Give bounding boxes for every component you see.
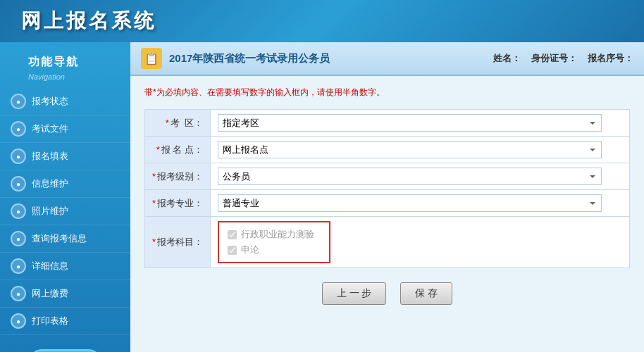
sidebar-title: 功能导航	[0, 49, 130, 73]
exam-subject-value: 行政职业能力测验 申论	[211, 217, 630, 268]
reg-site-value: 网上报名点	[211, 137, 630, 163]
exam-major-row: *报考专业： 普通专业	[145, 190, 630, 217]
sidebar-item-kaoshi-status[interactable]: ● 报考状态	[0, 88, 130, 115]
content-title: 2017年陕西省统一考试录用公务员	[169, 52, 486, 65]
form-notice: 带*为必填内容、在需要填写数字的输入框内，请使用半角数字。	[144, 83, 630, 102]
sidebar-item-label: 网上缴费	[32, 287, 68, 300]
sidebar-item-label: 查询报考信息	[32, 232, 87, 245]
sidebar-item-detail-info[interactable]: ● 详细信息	[0, 253, 130, 280]
subject-item-1: 行政职业能力测验	[228, 228, 321, 241]
sidebar-item-label: 报名填表	[32, 150, 68, 163]
logout-button[interactable]: ⟳ 退出系统	[28, 349, 102, 352]
subject-label-1: 行政职业能力测验	[241, 228, 314, 241]
sidebar-item-label: 打印表格	[32, 315, 68, 327]
exam-files-icon: ●	[11, 121, 26, 137]
exam-level-select[interactable]: 公务员	[218, 168, 602, 185]
form-area: 带*为必填内容、在需要填写数字的输入框内，请使用半角数字。 *考 区： 指定考区	[130, 76, 644, 312]
reg-site-label: *报 名 点：	[145, 137, 211, 163]
sidebar-item-reg-form[interactable]: ● 报名填表	[0, 143, 130, 170]
info-maintain-icon: ●	[11, 176, 26, 191]
exam-subject-row: *报考科目： 行政职业能力测验 申论	[145, 217, 630, 268]
button-area: 上 一 步 保 存	[144, 282, 630, 305]
subject-item-2: 申论	[228, 244, 321, 256]
form-table: *考 区： 指定考区 *报 名 点：	[144, 109, 630, 268]
subject-checkbox-2[interactable]	[228, 246, 237, 255]
content-header-icon: 📋	[141, 48, 162, 69]
online-pay-icon: ●	[11, 286, 26, 301]
reg-site-row: *报 名 点： 网上报名点	[145, 137, 630, 163]
sidebar-item-label: 考试文件	[32, 122, 68, 135]
exam-zone-select[interactable]: 指定考区	[218, 114, 602, 132]
sidebar-item-label: 信息维护	[32, 177, 68, 190]
header-info: 姓名： 身份证号： 报名序号：	[493, 52, 633, 65]
exam-major-label: *报考专业：	[145, 190, 211, 217]
subject-label-2: 申论	[241, 244, 259, 256]
sidebar-subtitle: Navigation	[0, 73, 130, 88]
sidebar-item-online-pay[interactable]: ● 网上缴费	[0, 280, 130, 308]
exam-subject-checkbox-group: 行政职业能力测验 申论	[218, 221, 330, 263]
sidebar-item-label: 报考状态	[32, 95, 68, 108]
id-label: 身份证号：	[531, 52, 577, 65]
exam-zone-label: *考 区：	[145, 110, 211, 137]
page-header: 网上报名系统	[0, 0, 644, 42]
exam-major-select[interactable]: 普通专业	[218, 194, 602, 212]
photo-maintain-icon: ●	[11, 203, 26, 219]
sidebar-item-print-form[interactable]: ● 打印表格	[0, 308, 130, 335]
exam-subject-label: *报考科目：	[145, 217, 211, 268]
exam-level-row: *报考级别： 公务员	[145, 163, 630, 190]
exam-major-value: 普通专业	[211, 190, 630, 217]
exam-zone-row: *考 区： 指定考区	[145, 110, 630, 137]
content-header: 📋 2017年陕西省统一考试录用公务员 姓名： 身份证号： 报名序号：	[130, 42, 644, 76]
print-form-icon: ●	[11, 313, 26, 329]
reg-form-icon: ●	[11, 149, 26, 164]
main-layout: 功能导航 Navigation ● 报考状态 ● 考试文件 ● 报名填表 ● 信…	[0, 42, 644, 352]
sidebar-item-label: 照片维护	[32, 205, 68, 218]
sidebar-item-info-maintain[interactable]: ● 信息维护	[0, 170, 130, 198]
save-button[interactable]: 保 存	[400, 282, 452, 305]
prev-button[interactable]: 上 一 步	[322, 282, 387, 305]
exam-level-value: 公务员	[211, 163, 630, 190]
sidebar-item-label: 详细信息	[32, 260, 68, 272]
sidebar: 功能导航 Navigation ● 报考状态 ● 考试文件 ● 报名填表 ● 信…	[0, 42, 130, 352]
exam-level-label: *报考级别：	[145, 163, 211, 190]
sidebar-item-photo-maintain[interactable]: ● 照片维护	[0, 198, 130, 225]
site-title: 网上报名系统	[21, 8, 156, 34]
reg-site-select[interactable]: 网上报名点	[218, 141, 602, 158]
query-info-icon: ●	[11, 231, 26, 246]
sidebar-item-query-info[interactable]: ● 查询报考信息	[0, 225, 130, 253]
kaoshi-status-icon: ●	[11, 94, 26, 109]
content-area: 📋 2017年陕西省统一考试录用公务员 姓名： 身份证号： 报名序号： 带*为必…	[130, 42, 644, 352]
reg-label: 报名序号：	[588, 52, 633, 65]
sidebar-item-exam-files[interactable]: ● 考试文件	[0, 115, 130, 143]
exam-zone-value: 指定考区	[211, 110, 630, 137]
detail-info-icon: ●	[11, 258, 26, 274]
name-label: 姓名：	[493, 52, 521, 65]
subject-checkbox-1[interactable]	[228, 230, 237, 239]
